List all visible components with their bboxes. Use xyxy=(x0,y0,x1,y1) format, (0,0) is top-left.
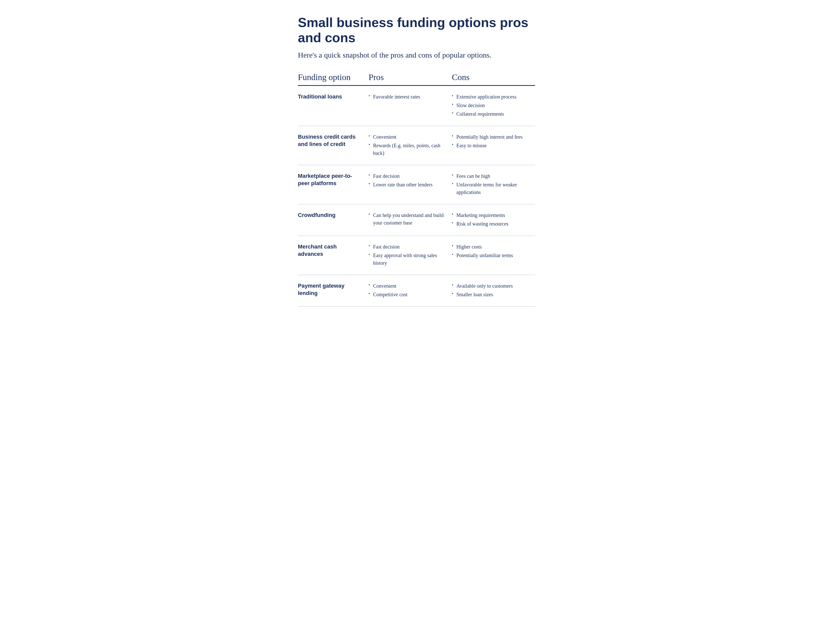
page-subtitle: Here's a quick snapshot of the pros and … xyxy=(298,50,535,60)
cons-list-payment-gateway-lending: Available only to customersSmaller loan … xyxy=(452,282,535,298)
table-row: Traditional loansFavorable interest rate… xyxy=(298,86,535,126)
col-header-funding-option: Funding option xyxy=(298,72,368,85)
funding-table: Funding option Pros Cons Traditional loa… xyxy=(298,72,535,307)
funding-option-cell-business-credit-cards: Business credit cards and lines of credi… xyxy=(298,126,368,165)
funding-option-cell-traditional-loans: Traditional loans xyxy=(298,86,368,126)
table-row: Payment gateway lendingConvenientCompeti… xyxy=(298,275,535,307)
cons-item: Slow decision xyxy=(452,101,535,109)
table-rows-container: Traditional loansFavorable interest rate… xyxy=(298,86,535,307)
cons-item: Risk of wasting resources xyxy=(452,220,535,227)
pros-item: Convenient xyxy=(368,282,446,290)
cons-item: Collateral requirements xyxy=(452,110,535,118)
table-row: Business credit cards and lines of credi… xyxy=(298,126,535,165)
pros-cell-merchant-cash-advances: Fast decisionEasy approval with strong s… xyxy=(368,236,452,275)
cons-cell-payment-gateway-lending: Available only to customersSmaller loan … xyxy=(452,275,535,306)
pros-cell-crowdfunding: Can help you understand and build your c… xyxy=(368,204,452,236)
pros-list-traditional-loans: Favorable interest rates xyxy=(368,93,446,100)
funding-option-label-crowdfunding: Crowdfunding xyxy=(298,212,336,218)
table-header-row: Funding option Pros Cons xyxy=(298,72,535,85)
pros-item: Convenient xyxy=(368,133,446,141)
table-row: Merchant cash advancesFast decisionEasy … xyxy=(298,236,535,275)
pros-item: Competitive cost xyxy=(368,291,446,298)
pros-item: Can help you understand and build your c… xyxy=(368,211,446,227)
pros-item: Favorable interest rates xyxy=(368,93,446,100)
cons-list-crowdfunding: Marketing requirementsRisk of wasting re… xyxy=(452,211,535,227)
cons-item: Potentially high interest and fees xyxy=(452,133,535,141)
cons-item: Easy to misuse xyxy=(452,142,535,149)
cons-list-traditional-loans: Extensive application processSlow decisi… xyxy=(452,93,535,118)
cons-list-business-credit-cards: Potentially high interest and feesEasy t… xyxy=(452,133,535,149)
funding-option-cell-marketplace-peer: Marketplace peer-to-peer platforms xyxy=(298,165,368,204)
pros-cell-marketplace-peer: Fast decisionLower rate than other lende… xyxy=(368,165,452,204)
funding-option-label-traditional-loans: Traditional loans xyxy=(298,93,342,100)
funding-option-label-merchant-cash-advances: Merchant cash advances xyxy=(298,243,337,258)
pros-list-payment-gateway-lending: ConvenientCompetitive cost xyxy=(368,282,446,298)
cons-cell-business-credit-cards: Potentially high interest and feesEasy t… xyxy=(452,126,535,165)
pros-list-marketplace-peer: Fast decisionLower rate than other lende… xyxy=(368,172,446,188)
cons-cell-traditional-loans: Extensive application processSlow decisi… xyxy=(452,86,535,126)
pros-item: Fast decision xyxy=(368,243,446,251)
funding-option-label-business-credit-cards: Business credit cards and lines of credi… xyxy=(298,134,356,148)
pros-item: Rewards (E.g. miles, points, cash back) xyxy=(368,142,446,157)
cons-list-marketplace-peer: Fees can be highUnfavorable terms for we… xyxy=(452,172,535,196)
pros-list-merchant-cash-advances: Fast decisionEasy approval with strong s… xyxy=(368,243,446,267)
cons-list-merchant-cash-advances: Higher costsPotentially unfamiliar terms xyxy=(452,243,535,259)
funding-option-cell-merchant-cash-advances: Merchant cash advances xyxy=(298,236,368,275)
pros-item: Fast decision xyxy=(368,172,446,180)
pros-cell-traditional-loans: Favorable interest rates xyxy=(368,86,452,126)
funding-option-label-marketplace-peer: Marketplace peer-to-peer platforms xyxy=(298,173,352,187)
cons-item: Marketing requirements xyxy=(452,211,535,219)
pros-list-crowdfunding: Can help you understand and build your c… xyxy=(368,211,446,227)
cons-item: Available only to customers xyxy=(452,282,535,290)
cons-item: Extensive application process xyxy=(452,93,535,100)
cons-item: Potentially unfamiliar terms xyxy=(452,251,535,259)
cons-cell-crowdfunding: Marketing requirementsRisk of wasting re… xyxy=(452,204,535,236)
col-header-pros: Pros xyxy=(368,72,452,85)
pros-list-business-credit-cards: ConvenientRewards (E.g. miles, points, c… xyxy=(368,133,446,157)
cons-item: Unfavorable terms for weaker application… xyxy=(452,181,535,196)
pros-item: Easy approval with strong sales history xyxy=(368,251,446,267)
funding-option-cell-crowdfunding: Crowdfunding xyxy=(298,204,368,236)
table-row: CrowdfundingCan help you understand and … xyxy=(298,204,535,236)
pros-item: Lower rate than other lenders xyxy=(368,181,446,188)
page-title: Small business funding options pros and … xyxy=(298,15,535,45)
cons-item: Smaller loan sizes xyxy=(452,291,535,298)
cons-cell-merchant-cash-advances: Higher costsPotentially unfamiliar terms xyxy=(452,236,535,275)
pros-cell-business-credit-cards: ConvenientRewards (E.g. miles, points, c… xyxy=(368,126,452,165)
cons-cell-marketplace-peer: Fees can be highUnfavorable terms for we… xyxy=(452,165,535,204)
col-header-cons: Cons xyxy=(452,72,535,85)
cons-item: Fees can be high xyxy=(452,172,535,180)
table-row: Marketplace peer-to-peer platformsFast d… xyxy=(298,165,535,204)
funding-option-cell-payment-gateway-lending: Payment gateway lending xyxy=(298,275,368,306)
pros-cell-payment-gateway-lending: ConvenientCompetitive cost xyxy=(368,275,452,306)
cons-item: Higher costs xyxy=(452,243,535,251)
funding-option-label-payment-gateway-lending: Payment gateway lending xyxy=(298,283,344,296)
